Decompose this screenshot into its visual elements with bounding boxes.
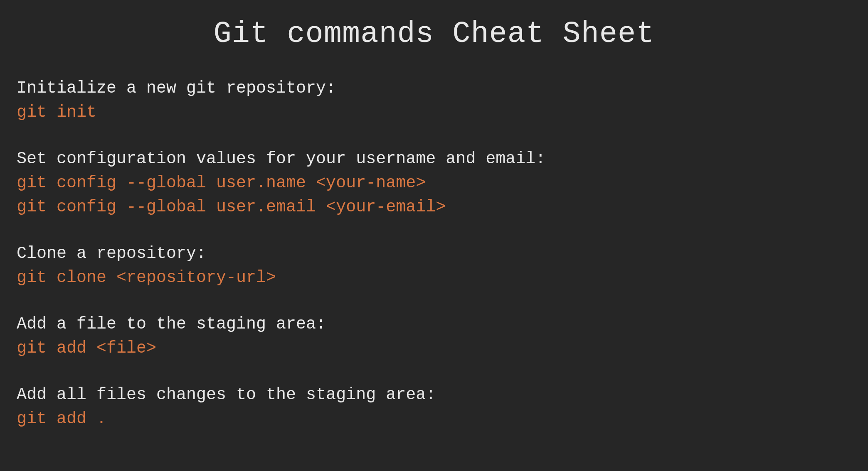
section-command: git add . <box>17 407 851 431</box>
section-command: git clone <repository-url> <box>17 266 851 290</box>
section-config: Set configuration values for your userna… <box>17 147 851 219</box>
section-command: git config --global user.name <your-name… <box>17 171 851 195</box>
section-init: Initialize a new git repository: git ini… <box>17 76 851 125</box>
section-command: git config --global user.email <your-ema… <box>17 195 851 219</box>
section-desc: Add a file to the staging area: <box>17 312 851 336</box>
section-clone: Clone a repository: git clone <repositor… <box>17 242 851 290</box>
section-desc: Clone a repository: <box>17 242 851 266</box>
section-desc: Add all files changes to the staging are… <box>17 383 851 407</box>
section-desc: Initialize a new git repository: <box>17 76 851 101</box>
section-command: git add <file> <box>17 336 851 361</box>
section-command: git init <box>17 101 851 125</box>
section-desc: Set configuration values for your userna… <box>17 147 851 171</box>
section-add-file: Add a file to the staging area: git add … <box>17 312 851 361</box>
section-add-all: Add all files changes to the staging are… <box>17 383 851 431</box>
page-title: Git commands Cheat Sheet <box>17 12 851 56</box>
